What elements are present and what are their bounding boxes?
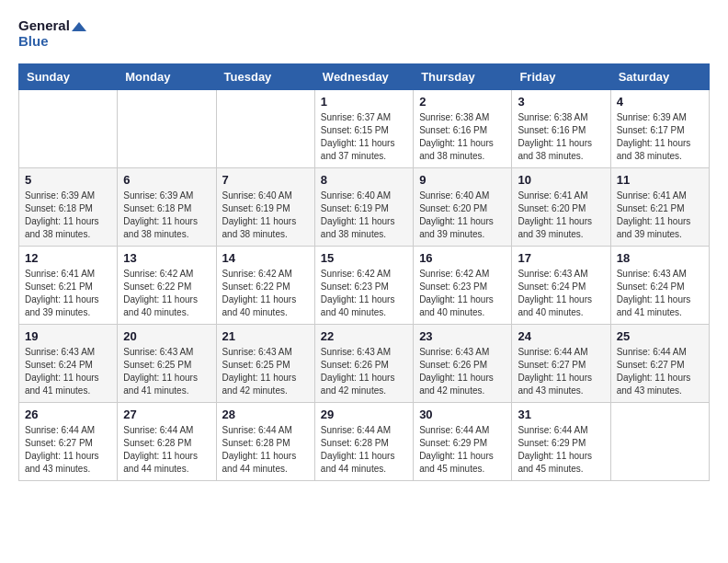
calendar-week-row: 1Sunrise: 6:37 AM Sunset: 6:15 PM Daylig… — [19, 90, 710, 168]
day-number: 7 — [222, 173, 309, 187]
day-info: Sunrise: 6:44 AM Sunset: 6:27 PM Dayligh… — [518, 346, 604, 397]
day-number: 21 — [222, 329, 309, 343]
col-header-tuesday: Tuesday — [216, 64, 314, 90]
calendar-cell: 21Sunrise: 6:43 AM Sunset: 6:25 PM Dayli… — [216, 325, 314, 403]
day-info: Sunrise: 6:40 AM Sunset: 6:20 PM Dayligh… — [419, 190, 506, 241]
day-number: 19 — [25, 329, 111, 343]
calendar-cell: 13Sunrise: 6:42 AM Sunset: 6:22 PM Dayli… — [118, 247, 216, 325]
calendar-table: SundayMondayTuesdayWednesdayThursdayFrid… — [18, 63, 710, 481]
day-info: Sunrise: 6:44 AM Sunset: 6:29 PM Dayligh… — [419, 424, 506, 476]
col-header-thursday: Thursday — [414, 64, 512, 90]
day-number: 11 — [617, 173, 703, 187]
calendar-cell: 5Sunrise: 6:39 AM Sunset: 6:18 PM Daylig… — [19, 168, 118, 247]
calendar-cell: 30Sunrise: 6:44 AM Sunset: 6:29 PM Dayli… — [414, 403, 512, 481]
col-header-friday: Friday — [512, 64, 610, 90]
calendar-cell: 15Sunrise: 6:42 AM Sunset: 6:23 PM Dayli… — [314, 247, 413, 325]
calendar-cell: 17Sunrise: 6:43 AM Sunset: 6:24 PM Dayli… — [512, 247, 610, 325]
day-number: 17 — [518, 251, 604, 265]
day-number: 15 — [321, 251, 407, 265]
day-info: Sunrise: 6:43 AM Sunset: 6:24 PM Dayligh… — [617, 268, 703, 319]
day-number: 20 — [123, 329, 210, 343]
day-number: 18 — [617, 251, 703, 265]
calendar-cell — [118, 90, 216, 168]
calendar-cell: 4Sunrise: 6:39 AM Sunset: 6:17 PM Daylig… — [610, 90, 709, 168]
day-number: 13 — [123, 251, 210, 265]
calendar-cell: 19Sunrise: 6:43 AM Sunset: 6:24 PM Dayli… — [19, 325, 118, 403]
calendar-cell: 14Sunrise: 6:42 AM Sunset: 6:22 PM Dayli… — [216, 247, 314, 325]
day-info: Sunrise: 6:38 AM Sunset: 6:16 PM Dayligh… — [419, 111, 506, 163]
day-number: 26 — [25, 408, 111, 421]
calendar-cell: 23Sunrise: 6:43 AM Sunset: 6:26 PM Dayli… — [414, 325, 512, 403]
logo-text: General Blue — [18, 18, 86, 49]
day-number: 25 — [617, 329, 703, 343]
day-number: 14 — [222, 251, 309, 265]
calendar-cell: 28Sunrise: 6:44 AM Sunset: 6:28 PM Dayli… — [216, 403, 314, 481]
day-number: 2 — [419, 95, 506, 109]
day-number: 3 — [518, 95, 604, 109]
calendar-cell: 11Sunrise: 6:41 AM Sunset: 6:21 PM Dayli… — [610, 168, 709, 247]
day-info: Sunrise: 6:43 AM Sunset: 6:24 PM Dayligh… — [25, 346, 111, 397]
calendar-week-row: 19Sunrise: 6:43 AM Sunset: 6:24 PM Dayli… — [19, 325, 710, 403]
calendar-cell — [610, 403, 709, 481]
day-info: Sunrise: 6:40 AM Sunset: 6:19 PM Dayligh… — [321, 190, 407, 241]
day-info: Sunrise: 6:44 AM Sunset: 6:29 PM Dayligh… — [518, 424, 604, 476]
day-info: Sunrise: 6:41 AM Sunset: 6:21 PM Dayligh… — [25, 268, 111, 319]
day-info: Sunrise: 6:44 AM Sunset: 6:28 PM Dayligh… — [321, 424, 407, 476]
calendar-cell: 29Sunrise: 6:44 AM Sunset: 6:28 PM Dayli… — [314, 403, 413, 481]
day-info: Sunrise: 6:43 AM Sunset: 6:24 PM Dayligh… — [518, 268, 604, 319]
day-info: Sunrise: 6:42 AM Sunset: 6:22 PM Dayligh… — [123, 268, 210, 319]
day-number: 8 — [321, 173, 407, 187]
calendar-cell: 25Sunrise: 6:44 AM Sunset: 6:27 PM Dayli… — [610, 325, 709, 403]
day-info: Sunrise: 6:43 AM Sunset: 6:25 PM Dayligh… — [222, 346, 309, 397]
calendar-week-row: 12Sunrise: 6:41 AM Sunset: 6:21 PM Dayli… — [19, 247, 710, 325]
day-info: Sunrise: 6:39 AM Sunset: 6:17 PM Dayligh… — [617, 111, 703, 163]
day-info: Sunrise: 6:44 AM Sunset: 6:28 PM Dayligh… — [222, 424, 309, 476]
day-info: Sunrise: 6:42 AM Sunset: 6:23 PM Dayligh… — [321, 268, 407, 319]
calendar-cell: 20Sunrise: 6:43 AM Sunset: 6:25 PM Dayli… — [118, 325, 216, 403]
day-number: 30 — [419, 408, 506, 421]
calendar-cell: 10Sunrise: 6:41 AM Sunset: 6:20 PM Dayli… — [512, 168, 610, 247]
day-number: 31 — [518, 408, 604, 421]
day-info: Sunrise: 6:44 AM Sunset: 6:27 PM Dayligh… — [25, 424, 111, 476]
calendar-cell: 1Sunrise: 6:37 AM Sunset: 6:15 PM Daylig… — [314, 90, 413, 168]
day-info: Sunrise: 6:37 AM Sunset: 6:15 PM Dayligh… — [321, 111, 407, 163]
day-info: Sunrise: 6:43 AM Sunset: 6:25 PM Dayligh… — [123, 346, 210, 397]
calendar-week-row: 26Sunrise: 6:44 AM Sunset: 6:27 PM Dayli… — [19, 403, 710, 481]
day-info: Sunrise: 6:41 AM Sunset: 6:21 PM Dayligh… — [617, 190, 703, 241]
day-number: 28 — [222, 408, 309, 421]
day-number: 24 — [518, 329, 604, 343]
col-header-monday: Monday — [118, 64, 216, 90]
day-info: Sunrise: 6:43 AM Sunset: 6:26 PM Dayligh… — [419, 346, 506, 397]
calendar-cell: 18Sunrise: 6:43 AM Sunset: 6:24 PM Dayli… — [610, 247, 709, 325]
calendar-cell: 9Sunrise: 6:40 AM Sunset: 6:20 PM Daylig… — [414, 168, 512, 247]
calendar-cell — [216, 90, 314, 168]
day-info: Sunrise: 6:43 AM Sunset: 6:26 PM Dayligh… — [321, 346, 407, 397]
calendar-cell: 27Sunrise: 6:44 AM Sunset: 6:28 PM Dayli… — [118, 403, 216, 481]
day-number: 5 — [25, 173, 111, 187]
day-number: 29 — [321, 408, 407, 421]
calendar-cell: 2Sunrise: 6:38 AM Sunset: 6:16 PM Daylig… — [414, 90, 512, 168]
day-info: Sunrise: 6:38 AM Sunset: 6:16 PM Dayligh… — [518, 111, 604, 163]
day-info: Sunrise: 6:39 AM Sunset: 6:18 PM Dayligh… — [25, 190, 111, 241]
calendar-cell: 26Sunrise: 6:44 AM Sunset: 6:27 PM Dayli… — [19, 403, 118, 481]
day-number: 16 — [419, 251, 506, 265]
col-header-wednesday: Wednesday — [314, 64, 413, 90]
day-number: 23 — [419, 329, 506, 343]
calendar-week-row: 5Sunrise: 6:39 AM Sunset: 6:18 PM Daylig… — [19, 168, 710, 247]
day-info: Sunrise: 6:42 AM Sunset: 6:22 PM Dayligh… — [222, 268, 309, 319]
calendar-cell: 7Sunrise: 6:40 AM Sunset: 6:19 PM Daylig… — [216, 168, 314, 247]
day-number: 12 — [25, 251, 111, 265]
calendar-cell: 6Sunrise: 6:39 AM Sunset: 6:18 PM Daylig… — [118, 168, 216, 247]
day-number: 1 — [321, 95, 407, 109]
calendar-cell: 24Sunrise: 6:44 AM Sunset: 6:27 PM Dayli… — [512, 325, 610, 403]
day-info: Sunrise: 6:44 AM Sunset: 6:27 PM Dayligh… — [617, 346, 703, 397]
day-info: Sunrise: 6:44 AM Sunset: 6:28 PM Dayligh… — [123, 424, 210, 476]
day-info: Sunrise: 6:40 AM Sunset: 6:19 PM Dayligh… — [222, 190, 309, 241]
calendar-cell: 12Sunrise: 6:41 AM Sunset: 6:21 PM Dayli… — [19, 247, 118, 325]
page-header: General Blue — [18, 18, 710, 49]
col-header-sunday: Sunday — [19, 64, 118, 90]
calendar-cell: 3Sunrise: 6:38 AM Sunset: 6:16 PM Daylig… — [512, 90, 610, 168]
day-number: 9 — [419, 173, 506, 187]
day-info: Sunrise: 6:41 AM Sunset: 6:20 PM Dayligh… — [518, 190, 604, 241]
col-header-saturday: Saturday — [610, 64, 709, 90]
